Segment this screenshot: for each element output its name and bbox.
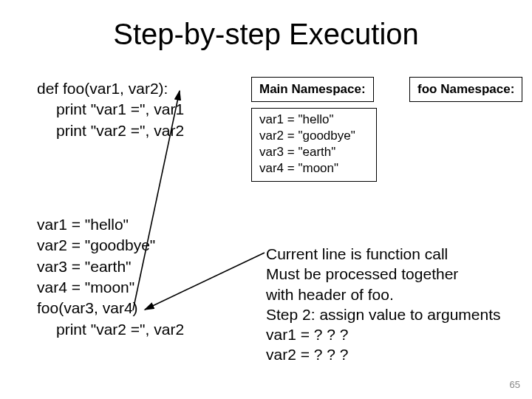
page-number: 65 <box>510 379 520 390</box>
code-line: print "var2 =", var2 <box>37 120 184 141</box>
explain-line: var2 = ? ? ? <box>266 344 517 364</box>
foo-namespace-label: foo Namespace: <box>409 77 522 102</box>
explain-line: Current line is function call <box>266 244 517 264</box>
var-line: var4 = "moon" <box>259 160 369 177</box>
code-line: print "var2 =", var2 <box>37 319 184 340</box>
code-line: print "var1 =", var1 <box>37 99 184 120</box>
main-namespace-contents: var1 = "hello" var2 = "goodbye" var3 = "… <box>251 108 377 182</box>
code-block-function-def: def foo(var1, var2): print "var1 =", var… <box>37 78 184 141</box>
explanation-text: Current line is function call Must be pr… <box>266 244 517 365</box>
explain-line: Step 2: assign value to arguments <box>266 304 517 324</box>
code-line: var4 = "moon" <box>37 277 184 298</box>
code-line: var2 = "goodbye" <box>37 235 184 256</box>
var-line: var1 = "hello" <box>259 112 369 128</box>
var-line: var3 = "earth" <box>259 144 369 160</box>
explain-line: with header of foo. <box>266 284 517 304</box>
code-line: foo(var3, var4) <box>37 298 184 318</box>
code-line: var3 = "earth" <box>37 256 184 277</box>
explain-line: Must be processed together <box>266 264 517 284</box>
var-line: var2 = "goodbye" <box>259 128 369 144</box>
code-line: var1 = "hello" <box>37 214 184 235</box>
main-namespace-label: Main Namespace: <box>251 77 374 102</box>
slide-title: Step-by-step Execution <box>0 0 532 51</box>
code-line: def foo(var1, var2): <box>37 78 184 99</box>
code-block-main: var1 = "hello" var2 = "goodbye" var3 = "… <box>37 214 184 340</box>
explain-line: var1 = ? ? ? <box>266 324 517 344</box>
